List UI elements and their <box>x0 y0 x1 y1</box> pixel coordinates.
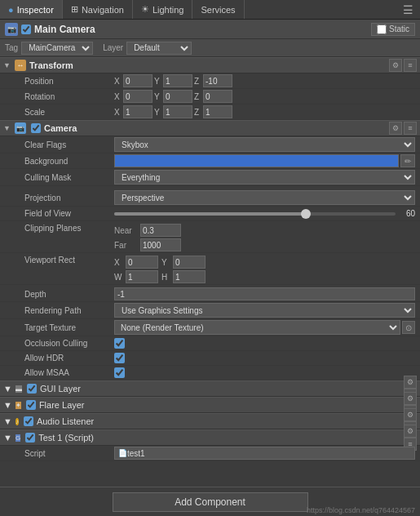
gui-layer-checkbox[interactable] <box>27 384 37 394</box>
vp-w-field: W <box>114 270 158 283</box>
sc-y-label: Y <box>154 108 162 117</box>
vp-x-field: X <box>114 256 158 269</box>
flare-layer-arrow: ▼ <box>3 400 12 410</box>
rotation-x-field: X <box>114 90 153 103</box>
projection-select[interactable]: Perspective <box>114 190 415 205</box>
gui-layer-settings-button[interactable]: ⚙ <box>404 376 417 389</box>
tab-lighting[interactable]: ☀ Lighting <box>133 0 193 19</box>
layer-select[interactable]: Default <box>126 42 192 55</box>
test-script-title: Test 1 (Script) <box>38 433 94 443</box>
tab-inspector-label: Inspector <box>17 5 54 15</box>
clear-flags-select[interactable]: Skybox <box>114 137 415 152</box>
near-far-container: Near Far <box>114 224 415 251</box>
position-value: X Y Z <box>114 74 415 87</box>
scale-value: X Y Z <box>114 105 415 118</box>
gui-layer-section[interactable]: ▼ ▬ GUI Layer ⚙ ≡ <box>0 380 420 397</box>
viewport-h-input[interactable] <box>173 270 206 283</box>
audio-listener-section[interactable]: ▼ ♪ Audio Listener ⚙ ≡ <box>0 413 420 429</box>
camera-settings-button[interactable]: ⚙ <box>389 122 402 135</box>
allow-hdr-label: Allow HDR <box>24 354 114 363</box>
static-button[interactable]: Static <box>371 23 415 36</box>
rendering-path-label: Rendering Path <box>24 306 114 315</box>
far-row: Far <box>114 238 415 251</box>
transform-menu-button[interactable]: ≡ <box>404 59 417 72</box>
occlusion-culling-checkbox[interactable] <box>114 338 125 349</box>
active-toggle[interactable] <box>21 24 31 34</box>
static-checkbox[interactable] <box>377 24 387 34</box>
tab-services[interactable]: Services <box>192 0 244 19</box>
projection-row: Projection Perspective <box>0 189 420 207</box>
tag-select[interactable]: MainCamera <box>21 42 93 55</box>
position-x-input[interactable] <box>123 74 153 87</box>
near-input[interactable] <box>140 224 181 237</box>
test-script-section[interactable]: ▼ G Test 1 (Script) ⚙ ≡ <box>0 429 420 446</box>
flare-layer-settings-button[interactable]: ⚙ <box>404 392 417 405</box>
fov-label: Field of View <box>24 209 114 218</box>
transform-settings-button[interactable]: ⚙ <box>389 59 402 72</box>
tab-navigation-label: Navigation <box>82 5 124 15</box>
viewport-x-input[interactable] <box>126 256 158 269</box>
target-texture-select[interactable]: None (Render Texture) <box>114 320 400 335</box>
script-value-container: 📄 test1 <box>114 447 415 460</box>
background-row: Background ✏ <box>0 153 420 169</box>
tab-inspector[interactable]: ● Inspector <box>0 0 63 19</box>
rendering-path-select[interactable]: Use Graphics Settings <box>114 303 415 318</box>
scale-x-input[interactable] <box>123 105 153 118</box>
flare-layer-checkbox[interactable] <box>26 400 36 410</box>
camera-title: Camera <box>44 123 386 133</box>
depth-input[interactable] <box>114 287 415 300</box>
transform-section-header[interactable]: ▼ ↔ Transform ⚙ ≡ <box>0 57 420 73</box>
audio-listener-checkbox[interactable] <box>24 416 33 426</box>
allow-hdr-checkbox[interactable] <box>114 353 125 363</box>
background-color-swatch[interactable] <box>114 154 399 167</box>
projection-label: Projection <box>24 194 114 202</box>
tab-navigation[interactable]: ⊞ Navigation <box>63 0 133 19</box>
fov-slider-track[interactable] <box>114 212 396 216</box>
vp-h-field: H <box>161 270 206 283</box>
rotation-z-input[interactable] <box>203 90 232 103</box>
scale-z-input[interactable] <box>203 105 232 118</box>
active-checkbox[interactable] <box>21 24 31 34</box>
viewport-w-input[interactable] <box>126 270 158 283</box>
clipping-planes-label: Clipping Planes <box>24 224 114 233</box>
tag-label: Tag <box>5 43 18 52</box>
audio-listener-title: Audio Listener <box>37 416 94 426</box>
allow-msaa-label: Allow MSAA <box>24 368 114 377</box>
occlusion-culling-value <box>114 338 415 349</box>
rotation-x-input[interactable] <box>123 90 153 103</box>
test-script-settings-button[interactable]: ⚙ <box>404 425 417 438</box>
allow-msaa-checkbox[interactable] <box>114 367 125 378</box>
audio-listener-icon: ♪ <box>15 418 19 425</box>
fov-slider-thumb[interactable] <box>301 209 311 219</box>
flare-layer-section[interactable]: ▼ ✦ Flare Layer ⚙ ≡ <box>0 397 420 413</box>
rotation-label: Rotation <box>24 92 114 101</box>
allow-hdr-value <box>114 353 415 363</box>
navigation-icon: ⊞ <box>71 4 78 15</box>
script-label: Script <box>24 449 114 458</box>
color-edit-button[interactable]: ✏ <box>400 154 415 167</box>
add-component-button[interactable]: Add Component <box>113 492 308 512</box>
viewport-y-input[interactable] <box>173 256 206 269</box>
menu-button[interactable]: ☰ <box>396 3 420 16</box>
transform-arrow: ▼ <box>3 61 11 69</box>
position-z-input[interactable] <box>203 74 232 87</box>
camera-active-checkbox[interactable] <box>31 123 41 133</box>
target-tex-container: None (Render Texture) ⊙ <box>114 320 415 335</box>
camera-section-header[interactable]: ▼ 📷 Camera ⚙ ≡ <box>0 120 420 136</box>
projection-value: Perspective <box>114 190 415 205</box>
rotation-y-input[interactable] <box>163 90 192 103</box>
layer-label: Layer <box>103 43 123 52</box>
position-y-input[interactable] <box>163 74 192 87</box>
scale-y-input[interactable] <box>163 105 192 118</box>
near-row: Near <box>114 224 415 237</box>
test-script-checkbox[interactable] <box>25 433 35 443</box>
far-input[interactable] <box>140 238 181 251</box>
target-texture-picker[interactable]: ⊙ <box>402 321 415 334</box>
script-file-icon: 📄 <box>117 448 127 458</box>
culling-mask-select[interactable]: Everything <box>114 170 415 185</box>
vp-y-label: Y <box>161 258 171 267</box>
rot-x-label: X <box>114 92 122 101</box>
fov-slider-fill <box>114 212 306 216</box>
audio-listener-settings-button[interactable]: ⚙ <box>404 408 417 421</box>
camera-menu-button[interactable]: ≡ <box>404 122 417 135</box>
